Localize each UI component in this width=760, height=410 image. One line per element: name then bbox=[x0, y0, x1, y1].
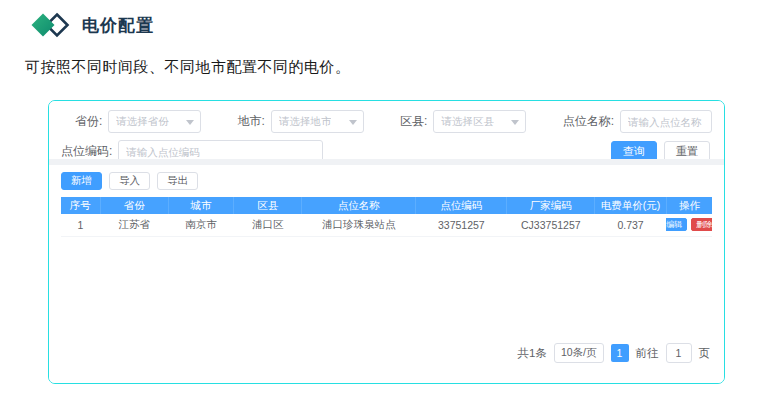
table-row: 1 江苏省 南京市 浦口区 浦口珍珠泉站点 33751257 CJ3375125… bbox=[61, 214, 712, 236]
province-label: 省份: bbox=[75, 113, 102, 130]
goto-page-input[interactable] bbox=[666, 343, 692, 363]
cell-point-code: 33751257 bbox=[416, 214, 507, 236]
city-select[interactable]: 请选择地市 bbox=[271, 110, 364, 133]
page-description: 可按照不同时间段、不同地市配置不同的电价。 bbox=[25, 58, 351, 77]
cell-price: 0.737 bbox=[595, 214, 667, 236]
goto-label: 前往 bbox=[636, 346, 659, 361]
toolbar: 新增 导入 导出 bbox=[61, 172, 712, 190]
page-title: 电价配置 bbox=[82, 14, 154, 37]
empty-space bbox=[61, 237, 712, 344]
page-size-select[interactable]: 10条/页 bbox=[554, 343, 604, 363]
point-name-input[interactable] bbox=[620, 110, 712, 133]
cell-index: 1 bbox=[61, 214, 100, 236]
column-header-price: 电费单价(元) bbox=[595, 197, 667, 214]
export-button[interactable]: 导出 bbox=[157, 172, 198, 190]
point-name-label: 点位名称: bbox=[563, 113, 614, 130]
column-header-city: 城市 bbox=[168, 197, 233, 214]
column-header-actions: 操作 bbox=[666, 197, 712, 214]
chevron-down-icon bbox=[511, 120, 519, 125]
filter-area: 省份: 请选择省份 地市: 请选择地市 区县: 请选择区县 bbox=[49, 101, 724, 159]
table-area: 新增 导入 导出 序号 省份 城市 区县 点位名称 点位编码 厂家编码 电费单价… bbox=[49, 165, 724, 383]
page-header: 电价配置 bbox=[30, 11, 154, 39]
filter-row-1: 省份: 请选择省份 地市: 请选择地市 区县: 请选择区县 bbox=[49, 101, 724, 133]
province-filter: 省份: 请选择省份 bbox=[75, 110, 201, 133]
district-label: 区县: bbox=[400, 113, 427, 130]
column-header-point-name: 点位名称 bbox=[302, 197, 416, 214]
chevron-down-icon bbox=[349, 120, 357, 125]
chevron-down-icon bbox=[186, 120, 194, 125]
cell-city: 南京市 bbox=[168, 214, 233, 236]
point-code-label: 点位编码: bbox=[61, 143, 112, 160]
double-diamond-icon bbox=[30, 11, 72, 39]
edit-button[interactable]: 编辑 bbox=[666, 218, 687, 231]
import-button[interactable]: 导入 bbox=[109, 172, 150, 190]
page-number-button[interactable]: 1 bbox=[611, 344, 629, 362]
pagination: 共1条 10条/页 1 前往 页 bbox=[61, 343, 710, 363]
province-select[interactable]: 请选择省份 bbox=[108, 110, 201, 133]
add-button[interactable]: 新增 bbox=[61, 172, 102, 190]
pagination-total: 共1条 bbox=[517, 346, 546, 361]
config-panel: 省份: 请选择省份 地市: 请选择地市 区县: 请选择区县 bbox=[48, 100, 725, 384]
column-header-province: 省份 bbox=[100, 197, 168, 214]
city-filter: 地市: 请选择地市 bbox=[238, 110, 364, 133]
district-placeholder: 请选择区县 bbox=[441, 115, 494, 129]
cell-vendor-code: CJ33751257 bbox=[507, 214, 595, 236]
page-unit-label: 页 bbox=[699, 346, 711, 361]
point-name-filter: 点位名称: bbox=[563, 110, 712, 133]
column-header-index: 序号 bbox=[61, 197, 100, 214]
cell-actions: 编辑 删除 bbox=[666, 214, 712, 236]
price-table: 序号 省份 城市 区县 点位名称 点位编码 厂家编码 电费单价(元) 操作 1 … bbox=[61, 197, 712, 237]
city-placeholder: 请选择地市 bbox=[279, 115, 332, 129]
column-header-point-code: 点位编码 bbox=[416, 197, 507, 214]
province-placeholder: 请选择省份 bbox=[116, 115, 169, 129]
district-filter: 区县: 请选择区县 bbox=[400, 110, 526, 133]
delete-button[interactable]: 删除 bbox=[691, 218, 712, 231]
cell-province: 江苏省 bbox=[100, 214, 168, 236]
table-header-row: 序号 省份 城市 区县 点位名称 点位编码 厂家编码 电费单价(元) 操作 bbox=[61, 197, 712, 214]
district-select[interactable]: 请选择区县 bbox=[433, 110, 526, 133]
column-header-vendor-code: 厂家编码 bbox=[507, 197, 595, 214]
city-label: 地市: bbox=[238, 113, 265, 130]
cell-district: 浦口区 bbox=[233, 214, 301, 236]
cell-point-name: 浦口珍珠泉站点 bbox=[302, 214, 416, 236]
column-header-district: 区县 bbox=[233, 197, 301, 214]
